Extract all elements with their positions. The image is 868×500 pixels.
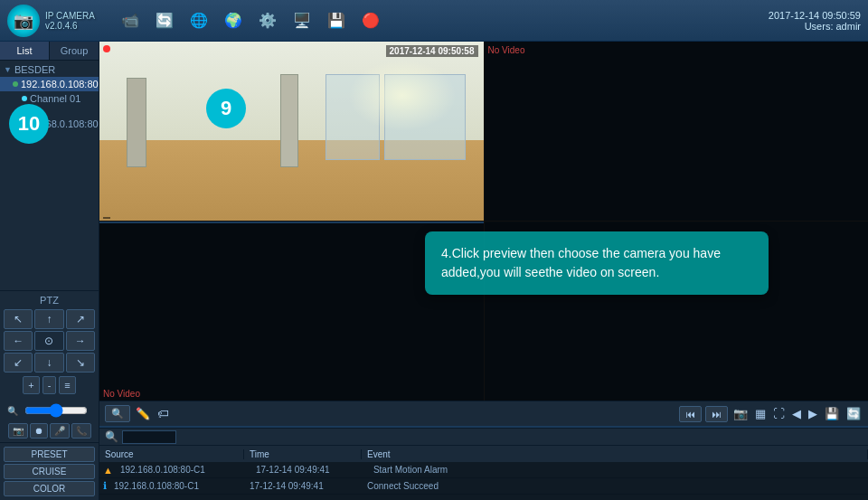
event-row[interactable]: ▲ 192.168.0.108:80-C1 17-12-14 09:49:41 … — [99, 462, 868, 478]
rec-btn[interactable]: ⏺ — [30, 423, 48, 439]
video-cell-1[interactable]: 2017-12-14 09:50:58 — [99, 42, 484, 221]
settings-btn[interactable]: ⚙️ — [253, 6, 282, 35]
datetime-label: 2017-12-14 09:50:59 — [769, 10, 861, 21]
tree-ch1[interactable]: Channel 01 — [0, 91, 99, 106]
event-log-header: Source Time Event — [99, 446, 868, 462]
preset-btn[interactable]: PRESET — [4, 447, 95, 462]
video-cell-2[interactable]: No Video — [485, 42, 869, 221]
instruction-text: 4.Click preview then choose the camera y… — [441, 246, 721, 279]
ptz-right[interactable]: → — [66, 331, 95, 351]
network-btn[interactable]: 🌍 — [219, 6, 248, 35]
video-grid: 9 2017-12-14 09:50:58 — [99, 42, 868, 401]
save-icon[interactable]: 💾 — [823, 405, 841, 422]
user-label: Users: admir — [769, 21, 861, 32]
ptz-controls: ↖ ↑ ↗ ← ⊙ → ↙ ↓ ↘ — [4, 309, 95, 373]
zoom-slider[interactable] — [24, 403, 88, 418]
mic-btn[interactable]: 🎤 — [50, 423, 70, 439]
ptz-center[interactable]: ⊙ — [34, 331, 63, 351]
ptz-zoom-in[interactable]: + — [23, 376, 39, 394]
refresh-icon[interactable]: 🔄 — [844, 405, 863, 422]
search-vc-btn[interactable]: 🔍 — [105, 405, 130, 422]
event-rows: ▲ 192.168.0.108:80-C1 17-12-14 09:49:41 … — [99, 462, 868, 500]
ptz-upright[interactable]: ↗ — [66, 309, 95, 329]
sidebar-func-btns: 📷 ⏺ 🎤 📞 — [4, 423, 95, 439]
ch-dot — [22, 96, 27, 101]
warn-icon: ▲ — [99, 465, 117, 476]
camera-icon[interactable]: 📷 — [731, 405, 750, 422]
ptz-downright[interactable]: ↘ — [66, 353, 95, 373]
event-row[interactable]: ℹ 192.168.0.108:80-C1 17-12-14 09:49:41 … — [99, 478, 868, 495]
rec-indicator — [103, 45, 110, 52]
column-left — [127, 78, 146, 167]
zoom-controls: 🔍 — [4, 398, 95, 423]
ptz-upleft[interactable]: ↖ — [4, 309, 33, 329]
event-log: 🔍 Source Time Event ▲ 192.168.0.108:80-C… — [99, 426, 868, 500]
expand-icon: ▼ — [4, 65, 12, 74]
no-video-2: No Video — [488, 45, 525, 55]
ptz-left[interactable]: ← — [4, 331, 33, 351]
next-cam-btn[interactable]: ⏭ — [705, 406, 728, 422]
color-btn[interactable]: COLOR — [4, 481, 95, 496]
zoom-icon: 🔍 — [7, 406, 18, 416]
ptz-extra-btns: + - ≡ — [4, 376, 95, 394]
info-icon: ℹ — [99, 480, 110, 492]
logo-area: 📷 IP CAMERA v2.0.4.6 — [7, 5, 107, 37]
tree-cam1[interactable]: 192.168.0.108:80 — [0, 77, 99, 91]
ptz-speed[interactable]: ≡ — [59, 376, 75, 394]
snap-btn[interactable]: 📷 — [8, 423, 28, 439]
tab-list[interactable]: List — [0, 42, 50, 60]
search-bar: 🔍 — [99, 428, 868, 446]
fullscreen-icon[interactable]: ⛶ — [771, 405, 787, 422]
storage-btn[interactable]: 💾 — [322, 6, 351, 35]
search-icon: 🔍 — [105, 430, 118, 443]
column-mid — [280, 74, 298, 167]
remote-btn[interactable]: 🖥️ — [288, 6, 316, 35]
ptz-label: PTZ — [4, 295, 95, 306]
prev-cam-btn[interactable]: ⏮ — [679, 406, 702, 422]
vc-right-controls: ⏮ ⏭ 📷 ▦ ⛶ ◀ ▶ 💾 🔄 — [679, 405, 863, 422]
power-btn[interactable]: 🔴 — [356, 6, 385, 35]
tab-group[interactable]: Group — [50, 42, 99, 60]
talk-btn[interactable]: 📞 — [71, 423, 91, 439]
ptz-zoom-out[interactable]: - — [42, 376, 57, 394]
instruction-box: 4.Click preview then choose the camera y… — [425, 231, 769, 295]
tree-besder-label: BESDER — [14, 64, 55, 75]
main-layout: List Group ▼ BESDER 192.168.0.108:80 Cha… — [0, 42, 868, 500]
badge-9: 9 — [206, 89, 246, 128]
version-label: v2.0.4.6 — [45, 21, 95, 31]
header-source: Source — [99, 449, 244, 459]
camera-icon: 📷 — [7, 5, 40, 37]
preview-btn[interactable]: 📹 — [116, 6, 145, 35]
ptz-down[interactable]: ↓ — [34, 353, 63, 373]
emap-btn[interactable]: 🌐 — [184, 6, 213, 35]
logo-label: IP CAMERA — [45, 11, 95, 21]
badge-10: 10 — [9, 104, 49, 144]
top-right-info: 2017-12-14 09:50:59 Users: admir — [769, 10, 861, 32]
layout-icon[interactable]: ▦ — [753, 405, 768, 422]
video-controls-bar: 🔍 ✏️ 🏷 ⏮ ⏭ 📷 ▦ ⛶ ◀ ▶ 💾 🔄 — [99, 401, 868, 426]
top-bar: 📷 IP CAMERA v2.0.4.6 📹 🔄 🌐 🌍 ⚙️ 🖥️ 💾 🔴 2… — [0, 0, 868, 42]
cruise-btn[interactable]: CRUISE — [4, 464, 95, 479]
prev-icon[interactable]: ◀ — [790, 405, 803, 422]
ev-source-1: 192.168.0.108:80-C1 — [117, 465, 252, 475]
tree-ch1-label: Channel 01 — [30, 93, 80, 104]
ev-event-2: Connect Succeed — [363, 481, 868, 491]
app-logo: IP CAMERA v2.0.4.6 — [45, 11, 95, 31]
next-icon[interactable]: ▶ — [807, 405, 819, 422]
camera-timestamp: 2017-12-14 09:50:58 — [386, 45, 478, 57]
ptz-up[interactable]: ↑ — [34, 309, 63, 329]
sidebar-tabs: List Group — [0, 42, 99, 61]
content-area: 9 2017-12-14 09:50:58 — [99, 42, 868, 500]
playback-btn[interactable]: 🔄 — [150, 6, 179, 35]
tag-icon[interactable]: 🏷 — [156, 405, 171, 422]
search-input[interactable] — [122, 430, 176, 444]
sidebar-actions: PRESET CRUISE COLOR — [0, 442, 99, 500]
ptz-downleft[interactable]: ↙ — [4, 353, 33, 373]
tree-besder[interactable]: ▼ BESDER — [0, 62, 99, 77]
cam-dot — [13, 81, 18, 87]
window-light — [348, 60, 457, 131]
toolbar: 📹 🔄 🌐 🌍 ⚙️ 🖥️ 💾 🔴 — [107, 6, 769, 35]
ev-time-1: 17-12-14 09:49:41 — [252, 465, 370, 475]
ptz-section: PTZ ↖ ↑ ↗ ← ⊙ → ↙ ↓ ↘ + - ≡ 🔍 — [0, 290, 99, 442]
brush-icon[interactable]: ✏️ — [134, 405, 152, 422]
